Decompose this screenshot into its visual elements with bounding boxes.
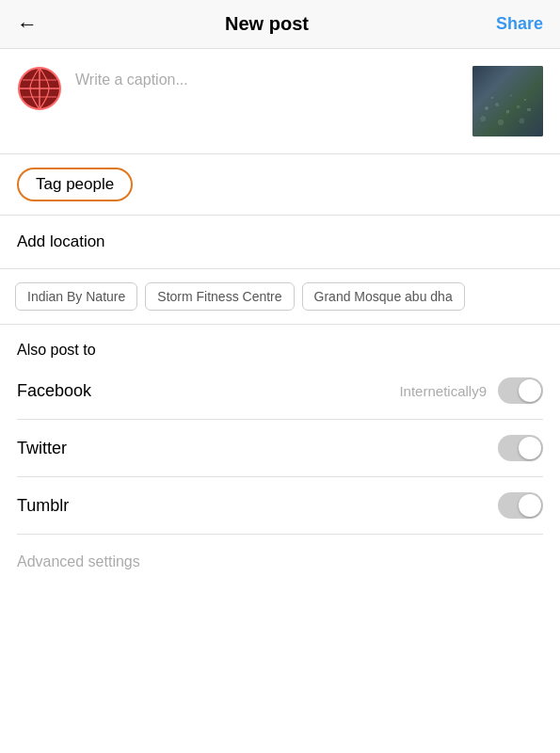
- advanced-settings-label[interactable]: Advanced settings: [17, 553, 140, 569]
- facebook-right: Internetically9: [399, 377, 543, 404]
- tag-people-row[interactable]: Tag people: [0, 154, 560, 216]
- twitter-label: Twitter: [17, 439, 67, 458]
- twitter-toggle[interactable]: [498, 435, 543, 461]
- post-thumbnail: [472, 66, 543, 136]
- tumblr-label: Tumblr: [17, 496, 69, 516]
- share-button[interactable]: Share: [496, 14, 543, 34]
- caption-input[interactable]: Write a caption...: [75, 66, 459, 90]
- facebook-account: Internetically9: [399, 383, 487, 399]
- twitter-row: Twitter: [17, 420, 543, 477]
- twitter-right: [498, 435, 543, 461]
- location-chip-2[interactable]: Grand Mosque abu dha: [302, 282, 465, 311]
- tumblr-row: Tumblr: [17, 477, 543, 535]
- tumblr-toggle[interactable]: [498, 492, 543, 519]
- tag-people-label[interactable]: Tag people: [17, 168, 133, 201]
- facebook-toggle[interactable]: [498, 377, 543, 404]
- also-post-section: Also post to Facebook Internetically9 Tw…: [0, 325, 560, 535]
- facebook-row: Facebook Internetically9: [17, 362, 543, 420]
- page-title: New post: [225, 13, 309, 35]
- add-location-label: Add location: [17, 232, 105, 251]
- facebook-label: Facebook: [17, 381, 91, 401]
- advanced-settings-row[interactable]: Advanced settings: [0, 535, 560, 589]
- location-chip-0[interactable]: Indian By Nature: [15, 282, 137, 311]
- location-chip-1[interactable]: Storm Fitness Centre: [145, 282, 294, 311]
- tumblr-left: Tumblr: [17, 496, 69, 516]
- twitter-left: Twitter: [17, 439, 67, 458]
- back-button[interactable]: ←: [17, 14, 38, 35]
- tumblr-right: [498, 492, 543, 519]
- facebook-left: Facebook: [17, 381, 91, 401]
- location-chips-row: Indian By Nature Storm Fitness Centre Gr…: [0, 269, 560, 325]
- add-location-row[interactable]: Add location: [0, 216, 560, 269]
- also-post-title: Also post to: [17, 342, 543, 359]
- caption-area: Write a caption...: [0, 49, 560, 154]
- header: ← New post Share: [0, 0, 560, 49]
- globe-icon: [17, 66, 62, 111]
